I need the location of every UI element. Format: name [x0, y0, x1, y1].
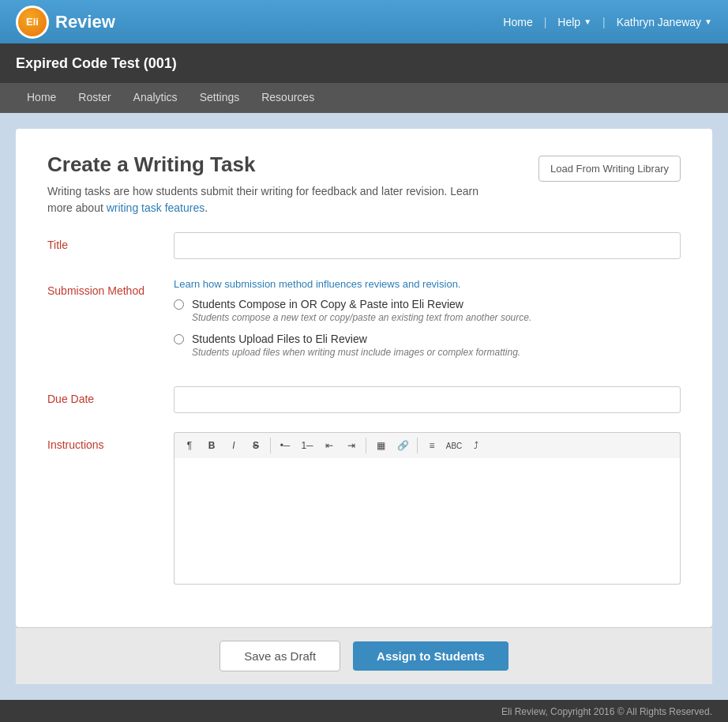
subnav-analytics[interactable]: Analytics — [122, 83, 189, 113]
title-field-row: Title — [47, 232, 681, 259]
site-footer: Eli Review, Copyright 2016 © All Rights … — [0, 700, 728, 722]
toolbar-bold-btn[interactable]: B — [201, 436, 222, 455]
sub-nav: Home Roster Analytics Settings Resources — [0, 83, 728, 113]
course-title: Expired Code Test (001) — [16, 55, 177, 72]
save-draft-button[interactable]: Save as Draft — [220, 641, 340, 671]
due-date-label: Due Date — [47, 386, 174, 405]
rte-sep1 — [270, 438, 271, 453]
page-title-block: Create a Writing Task Writing tasks are … — [47, 152, 490, 216]
user-chevron-icon: ▼ — [704, 17, 712, 26]
radio-upload-labels: Students Upload Files to Eli Review Stud… — [192, 333, 520, 358]
page-subtitle: Writing tasks are how students submit th… — [47, 183, 490, 216]
copyright-text: Eli Review, Copyright 2016 © All Rights … — [501, 706, 712, 717]
logo-area: Eli Review — [16, 6, 115, 39]
page-title: Create a Writing Task — [47, 152, 490, 177]
submission-method-content: Learn how submission method influences r… — [174, 278, 681, 367]
submission-info-link[interactable]: Learn how submission method influences r… — [174, 278, 681, 290]
toolbar-strikethrough-btn[interactable]: S — [246, 436, 266, 455]
load-library-button[interactable]: Load From Writing Library — [538, 156, 681, 182]
radio-compose-main: Students Compose in OR Copy & Paste into… — [192, 298, 463, 310]
rte-sep3 — [417, 438, 418, 453]
radio-upload-sub: Students upload files when writing must … — [192, 347, 520, 358]
toolbar-paragraph-btn[interactable]: ¶ — [179, 436, 200, 455]
footer-action-bar: Save as Draft Assign to Students — [16, 627, 712, 684]
page-title-row: Create a Writing Task Writing tasks are … — [47, 152, 681, 216]
rte-sep2 — [366, 438, 366, 453]
radio-compose-sub: Students compose a new text or copy/past… — [192, 312, 531, 323]
due-date-input[interactable] — [174, 386, 681, 413]
radio-upload-main: Students Upload Files to Eli Review — [192, 333, 367, 345]
toolbar-align-btn[interactable]: ≡ — [422, 436, 442, 455]
brand-name: Review — [55, 12, 115, 32]
toolbar-ol-btn[interactable]: 1─ — [297, 436, 317, 455]
rte-toolbar: ¶ B I S •─ 1─ ⇤ ⇥ ▦ 🔗 ≡ ABC — [174, 432, 681, 458]
toolbar-link-btn[interactable]: 🔗 — [392, 436, 413, 455]
course-bar: Expired Code Test (001) — [0, 43, 728, 83]
subnav-home[interactable]: Home — [16, 83, 67, 113]
main-content-bg: Create a Writing Task Writing tasks are … — [0, 113, 728, 700]
toolbar-indent-btn[interactable]: ⇥ — [341, 436, 362, 455]
subnav-settings[interactable]: Settings — [189, 83, 251, 113]
toolbar-ul-btn[interactable]: •─ — [275, 436, 295, 455]
logo-icon: Eli — [16, 6, 49, 39]
toolbar-italic-btn[interactable]: I — [223, 436, 244, 455]
nav-user-dropdown[interactable]: Kathryn Janeway ▼ — [617, 16, 712, 28]
instructions-editor[interactable] — [174, 458, 681, 585]
content-card: Create a Writing Task Writing tasks are … — [16, 129, 712, 627]
instructions-row: Instructions ¶ B I S •─ 1─ ⇤ ⇥ ▦ � — [47, 432, 681, 585]
top-header: Eli Review Home | Help ▼ | Kathryn Janew… — [0, 0, 728, 43]
header-nav: Home | Help ▼ | Kathryn Janeway ▼ — [503, 16, 712, 28]
nav-sep1: | — [544, 16, 547, 28]
due-date-row: Due Date — [47, 386, 681, 413]
toolbar-outdent-btn[interactable]: ⇤ — [319, 436, 340, 455]
instructions-label: Instructions — [47, 432, 174, 451]
title-input[interactable] — [174, 232, 681, 259]
due-date-input-container — [174, 386, 681, 413]
submission-method-row: Submission Method Learn how submission m… — [47, 278, 681, 367]
help-chevron-icon: ▼ — [584, 17, 591, 26]
radio-option-compose: Students Compose in OR Copy & Paste into… — [174, 298, 681, 323]
subnav-roster[interactable]: Roster — [67, 83, 122, 113]
toolbar-spellcheck-btn[interactable]: ABC — [444, 436, 464, 455]
title-label: Title — [47, 232, 174, 251]
subnav-resources[interactable]: Resources — [250, 83, 325, 113]
radio-upload[interactable] — [174, 334, 184, 344]
title-input-container — [174, 232, 681, 259]
submission-method-label: Submission Method — [47, 278, 174, 297]
nav-home-link[interactable]: Home — [503, 16, 532, 28]
radio-option-upload: Students Upload Files to Eli Review Stud… — [174, 333, 681, 358]
nav-sep2: | — [602, 16, 606, 28]
assign-students-button[interactable]: Assign to Students — [353, 641, 508, 671]
writing-features-link[interactable]: writing task features — [107, 201, 205, 214]
instructions-editor-container: ¶ B I S •─ 1─ ⇤ ⇥ ▦ 🔗 ≡ ABC — [174, 432, 681, 585]
toolbar-table-btn[interactable]: ▦ — [370, 436, 391, 455]
radio-compose-labels: Students Compose in OR Copy & Paste into… — [192, 298, 531, 323]
radio-compose[interactable] — [174, 299, 184, 310]
toolbar-expand-btn[interactable]: ⤴ — [466, 436, 486, 455]
nav-help-dropdown[interactable]: Help ▼ — [557, 16, 591, 28]
